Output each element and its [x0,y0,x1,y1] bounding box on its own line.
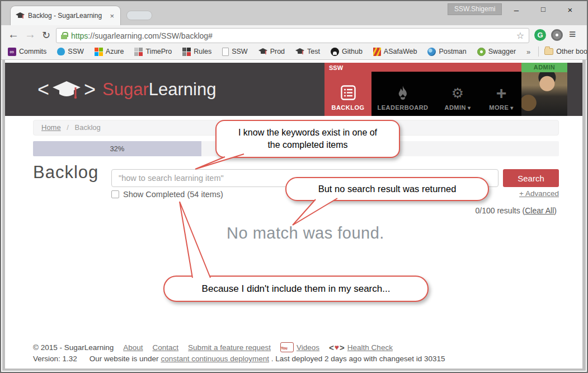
site-header: < > Sugar Learning SSW [5,63,582,116]
minimize-button[interactable]: – [507,5,525,15]
plus-icon: + [496,86,507,100]
postman-icon [427,48,436,56]
back-icon[interactable]: ← [8,28,19,41]
advanced-search-link[interactable]: + Advanced [503,189,559,198]
browser-tab[interactable]: Backlog - SugarLearning × [10,6,121,25]
forward-icon[interactable]: → [25,28,36,41]
footer-version-line: Version: 1.32Our website is under consta… [33,355,445,363]
profile-photo[interactable] [521,72,567,116]
user-area: ADMIN [521,63,567,116]
nav-dark-group: LEADERBOARD ⚙ ADMIN▾ + MORE▾ [371,72,521,116]
flame-icon [397,86,408,100]
show-completed-checkbox[interactable] [111,190,119,198]
asafaweb-icon [373,48,381,56]
address-bar[interactable]: https://sugarlearning.com/SSW/backlog# ☆ [56,28,529,43]
chevron-down-icon: ▾ [510,105,514,111]
nav-item-admin[interactable]: ⚙ ADMIN▾ [434,72,481,116]
bookmark-test[interactable]: Test [295,48,320,55]
bookmarks-bar: ∞ Commits SSW Azure TimePro [1,44,587,60]
bookmark-ssw-doc[interactable]: SSW [222,48,247,56]
logo-open-bracket: < [37,78,49,101]
main-nav: BACKLOG LEADERBOARD ⚙ ADMIN▾ + [324,72,521,116]
film-reel-extension-icon[interactable] [551,29,563,41]
videos-link[interactable]: Videos [297,343,319,352]
gear-icon: ⚙ [451,86,464,100]
footer-links: © 2015 - SugarLearning About Contact Sub… [33,342,402,352]
nav-item-leaderboard[interactable]: LEADERBOARD [371,72,434,116]
deploy-text: Our website is under [90,355,161,363]
nav-item-more[interactable]: + MORE▾ [481,72,521,116]
logo-close-bracket: > [84,78,96,101]
health-check-link[interactable]: Health Check [347,343,393,352]
search-button[interactable]: Search [503,169,559,187]
browser-window: Backlog - SugarLearning × SSW.Shigemi – … [0,0,588,373]
breadcrumb-home-link[interactable]: Home [41,123,61,132]
chrome-menu-icon[interactable]: ≡ [569,27,576,41]
folder-icon [544,48,553,55]
version-label: Version: 1.32 [33,355,77,363]
secure-padlock-icon [61,32,67,39]
about-link[interactable]: About [123,343,143,352]
window-frame-left [2,60,5,371]
logo-graduation-cap-icon [51,80,82,99]
new-tab-button[interactable] [126,11,152,20]
maximize-button[interactable]: □ [534,5,552,13]
callout-keywords-exist: I know the keywords exist in one of the … [215,120,400,158]
nav-item-backlog[interactable]: BACKLOG [324,72,371,116]
tab-close-icon[interactable]: × [109,12,115,20]
visual-studio-icon: ∞ [8,48,16,56]
refresh-icon[interactable]: ↻ [42,29,50,41]
page-title: Backlog [33,162,98,183]
swagger-icon [477,48,486,56]
bookmark-star-icon[interactable]: ☆ [516,30,524,41]
feature-request-link[interactable]: Submit a feature request [188,343,271,352]
youtube-icon: You Tube [280,342,294,352]
callout-no-result: But no search result was returned [285,177,489,201]
close-button[interactable]: × [561,5,579,15]
bookmark-timepro[interactable]: TimePro [134,48,172,56]
bookmark-asafaweb[interactable]: ASafaWeb [373,48,417,56]
logo-text-sugar: Sugar [102,80,149,100]
bookmark-azure[interactable]: Azure [95,48,124,56]
other-bookmarks-button[interactable]: Other bookmarks [544,48,588,55]
contact-link[interactable]: Contact [153,343,179,352]
tab-title: Backlog - SugarLearning [28,12,109,20]
clear-all-link[interactable]: Clear All [525,206,554,215]
octopus-icon [57,48,65,55]
admin-role-badge: ADMIN [521,63,567,72]
health-open-bracket: < [329,343,334,352]
continuous-deployment-link[interactable]: constant continuous deployment [161,355,269,363]
document-icon [222,48,229,56]
azure-icon [95,48,103,56]
videos-group: You Tube Videos [280,342,319,352]
divider [538,46,539,57]
bookmark-swagger[interactable]: Swagger [477,48,516,56]
breadcrumb-separator: / [67,123,69,132]
timepro-icon [134,48,143,56]
chevron-down-icon: ▾ [468,105,471,111]
show-completed-label: Show Completed (54 items) [123,190,223,199]
breadcrumb-current: Backlog [75,123,101,132]
profile-badge[interactable]: SSW.Shigemi [448,3,502,15]
sugarlearning-logo[interactable]: < > Sugar Learning [5,78,216,101]
org-label: SSW [329,64,343,71]
bookmark-commits[interactable]: ∞ Commits [8,48,46,56]
health-close-bracket: > [340,343,345,352]
bookmarks-overflow-icon[interactable]: » [526,48,530,56]
show-completed-row: Show Completed (54 items) [111,190,223,199]
copyright: © 2015 - SugarLearning [33,343,114,352]
bookmark-prod[interactable]: Prod [258,48,285,55]
progress-fill: 32% [33,141,201,156]
results-count: 0/100 results (Clear All) [475,206,557,215]
nav-red-strip: SSW BACKLOG LEADER [324,63,521,116]
bookmark-github[interactable]: Github [331,48,363,56]
grammarly-extension-icon[interactable]: G [534,29,546,41]
callout-not-included: Because I didn't include them in my sear… [163,276,429,302]
bookmark-ssw[interactable]: SSW [57,48,83,55]
window-frame-bottom [2,369,586,371]
logo-text-learning: Learning [149,80,217,100]
bookmark-postman[interactable]: Postman [427,48,466,56]
url-text: ://sugarlearning.com/SSW/backlog# [88,31,213,40]
bookmark-rules[interactable]: Rules [182,48,211,56]
rules-icon [182,48,191,56]
